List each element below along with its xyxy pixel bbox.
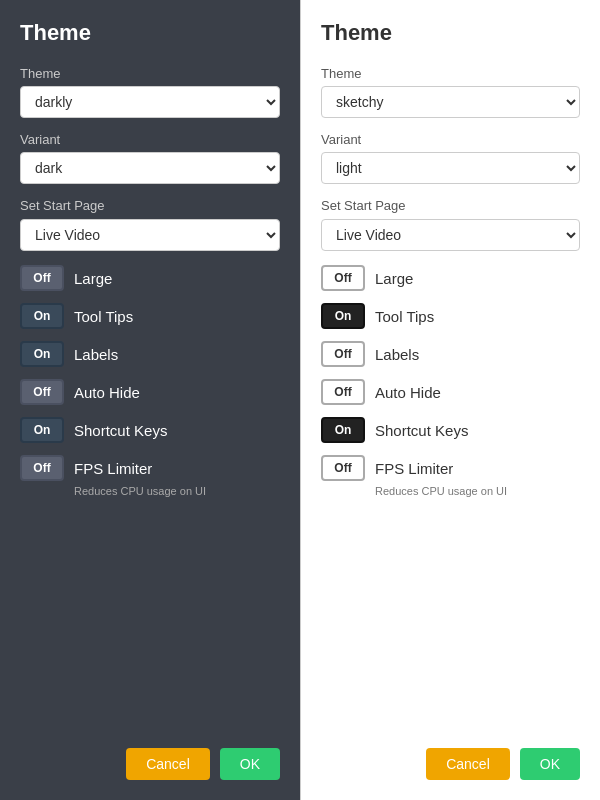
toggle-row-autohide-left: Off Auto Hide <box>20 379 280 405</box>
toggle-label-fps-right: FPS Limiter <box>375 460 453 477</box>
left-start-page-select[interactable]: Live Video Clips Settings <box>20 219 280 251</box>
toggle-row-fps-right: Off FPS Limiter <box>321 455 580 481</box>
toggle-label-tooltips-left: Tool Tips <box>74 308 133 325</box>
toggle-label-labels-left: Labels <box>74 346 118 363</box>
right-theme-label: Theme <box>321 66 580 81</box>
toggle-tooltips-right[interactable]: On <box>321 303 365 329</box>
toggle-label-large-left: Large <box>74 270 112 287</box>
left-panel: Theme Theme darkly bootswatch cerulean s… <box>0 0 300 800</box>
toggle-row-labels-right: Off Labels <box>321 341 580 367</box>
right-ok-button[interactable]: OK <box>520 748 580 780</box>
toggle-autohide-right[interactable]: Off <box>321 379 365 405</box>
toggle-label-tooltips-right: Tool Tips <box>375 308 434 325</box>
toggle-row-shortcuts-right: On Shortcut Keys <box>321 417 580 443</box>
right-cancel-button[interactable]: Cancel <box>426 748 510 780</box>
toggle-label-fps-left: FPS Limiter <box>74 460 152 477</box>
left-panel-title: Theme <box>20 20 280 46</box>
toggle-label-shortcuts-left: Shortcut Keys <box>74 422 167 439</box>
right-panel-title: Theme <box>321 20 580 46</box>
right-variant-select[interactable]: light dark <box>321 152 580 184</box>
left-theme-select[interactable]: darkly bootswatch cerulean sketchy <box>20 86 280 118</box>
toggle-row-fps-left: Off FPS Limiter <box>20 455 280 481</box>
toggle-large-left[interactable]: Off <box>20 265 64 291</box>
toggle-label-labels-right: Labels <box>375 346 419 363</box>
toggle-row-tooltips-left: On Tool Tips <box>20 303 280 329</box>
left-button-row: Cancel OK <box>20 728 280 780</box>
left-ok-button[interactable]: OK <box>220 748 280 780</box>
toggle-tooltips-left[interactable]: On <box>20 303 64 329</box>
toggle-autohide-left[interactable]: Off <box>20 379 64 405</box>
toggle-large-right[interactable]: Off <box>321 265 365 291</box>
toggle-row-large-left: Off Large <box>20 265 280 291</box>
right-start-page-select[interactable]: Live Video Clips Settings <box>321 219 580 251</box>
toggle-labels-left[interactable]: On <box>20 341 64 367</box>
fps-helper-left: Reduces CPU usage on UI <box>74 485 280 497</box>
toggle-label-large-right: Large <box>375 270 413 287</box>
right-start-page-label: Set Start Page <box>321 198 580 213</box>
toggle-row-tooltips-right: On Tool Tips <box>321 303 580 329</box>
left-start-page-label: Set Start Page <box>20 198 280 213</box>
toggle-fps-left[interactable]: Off <box>20 455 64 481</box>
left-variant-label: Variant <box>20 132 280 147</box>
toggle-label-shortcuts-right: Shortcut Keys <box>375 422 468 439</box>
toggle-row-labels-left: On Labels <box>20 341 280 367</box>
left-cancel-button[interactable]: Cancel <box>126 748 210 780</box>
left-variant-select[interactable]: dark light <box>20 152 280 184</box>
right-button-row: Cancel OK <box>321 728 580 780</box>
toggle-row-large-right: Off Large <box>321 265 580 291</box>
right-variant-label: Variant <box>321 132 580 147</box>
left-theme-label: Theme <box>20 66 280 81</box>
right-theme-select[interactable]: sketchy darkly cerulean bootswatch <box>321 86 580 118</box>
toggle-row-shortcuts-left: On Shortcut Keys <box>20 417 280 443</box>
fps-helper-right: Reduces CPU usage on UI <box>375 485 580 497</box>
toggle-row-autohide-right: Off Auto Hide <box>321 379 580 405</box>
toggle-shortcuts-right[interactable]: On <box>321 417 365 443</box>
toggle-label-autohide-right: Auto Hide <box>375 384 441 401</box>
toggle-labels-right[interactable]: Off <box>321 341 365 367</box>
toggle-label-autohide-left: Auto Hide <box>74 384 140 401</box>
toggle-fps-right[interactable]: Off <box>321 455 365 481</box>
toggle-shortcuts-left[interactable]: On <box>20 417 64 443</box>
right-panel: Theme Theme sketchy darkly cerulean boot… <box>300 0 600 800</box>
